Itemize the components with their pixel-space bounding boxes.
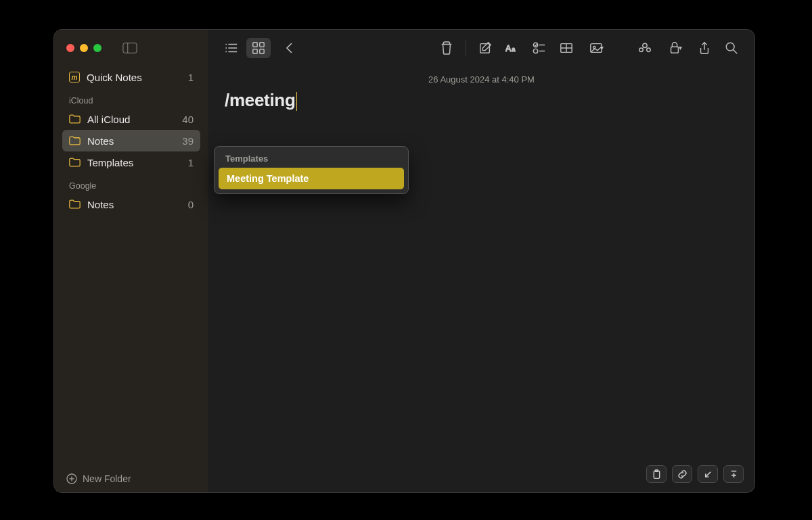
media-button[interactable]: ▾ [581, 38, 611, 58]
text-cursor [296, 92, 298, 111]
checklist-button[interactable] [527, 38, 551, 58]
svg-rect-14 [260, 49, 264, 53]
svg-point-10 [225, 51, 227, 52]
note-editor[interactable]: 26 August 2024 at 4:40 PM /meeting Templ… [208, 66, 754, 492]
sidebar-section-header: Google [62, 173, 200, 193]
folder-icon [69, 158, 81, 167]
chevron-down-icon: ▾ [600, 44, 604, 51]
fullscreen-window-button[interactable] [93, 44, 102, 52]
compose-button[interactable] [473, 38, 497, 58]
lock-button[interactable]: ▾ [660, 38, 690, 58]
table-button[interactable] [554, 38, 579, 58]
toolbar-separator [466, 40, 466, 56]
sidebar-item-label: All iCloud [87, 114, 130, 125]
new-folder-button[interactable]: New Folder [54, 464, 208, 492]
close-window-button[interactable] [66, 44, 74, 52]
folder-icon [69, 199, 81, 209]
sidebar-item-templates[interactable]: Templates 1 [62, 151, 200, 173]
link-button[interactable] [672, 465, 692, 483]
sidebar-item-notes[interactable]: Notes 39 [62, 130, 200, 151]
sidebar-item-quick-notes[interactable]: m Quick Notes 1 [62, 66, 200, 88]
svg-rect-15 [480, 43, 490, 53]
popup-header: Templates [219, 153, 404, 168]
svg-rect-30 [671, 47, 678, 53]
back-button[interactable] [277, 38, 302, 58]
svg-point-29 [647, 48, 650, 51]
collapse-button[interactable] [698, 465, 718, 483]
note-timestamp: 26 August 2024 at 4:40 PM [225, 74, 738, 85]
svg-point-28 [639, 48, 643, 51]
sidebar-item-all-icloud[interactable]: All iCloud 40 [62, 108, 200, 130]
svg-point-8 [225, 43, 227, 45]
delete-button[interactable] [434, 38, 459, 58]
sidebar-item-count: 1 [188, 72, 194, 83]
folder-icon [69, 114, 81, 124]
sidebar-item-label: Quick Notes [87, 72, 142, 83]
sidebar-list: m Quick Notes 1 iCloud All iCloud 40 Not… [54, 66, 208, 464]
svg-point-27 [643, 43, 647, 47]
svg-line-32 [734, 49, 737, 53]
sidebar-item-label: Templates [87, 157, 133, 168]
sidebar-item-label: Notes [87, 199, 114, 210]
template-suggestion-popup: Templates Meeting Template [214, 146, 409, 194]
svg-rect-0 [123, 43, 137, 53]
plus-circle-icon [66, 473, 77, 484]
note-title[interactable]: /meeting [225, 90, 297, 111]
svg-rect-11 [253, 42, 257, 46]
share-button[interactable] [692, 38, 717, 58]
window-controls [54, 30, 208, 66]
new-folder-label: New Folder [83, 473, 131, 484]
popup-item-label: Meeting Template [227, 173, 309, 184]
app-window: m Quick Notes 1 iCloud All iCloud 40 Not… [54, 30, 754, 492]
search-button[interactable] [719, 38, 744, 58]
folder-icon [69, 136, 81, 145]
format-button[interactable]: Aa [500, 38, 524, 58]
sidebar-item-label: Notes [87, 135, 114, 147]
chevron-down-icon: ▾ [679, 44, 682, 51]
svg-rect-12 [260, 42, 264, 46]
sidebar-item-count: 1 [188, 157, 194, 168]
sidebar-item-google-notes[interactable]: Notes 0 [62, 193, 200, 215]
template-suggestion-item[interactable]: Meeting Template [219, 168, 404, 189]
minimize-window-button[interactable] [80, 44, 88, 52]
svg-text:A: A [505, 44, 512, 53]
sidebar-item-count: 39 [182, 135, 194, 147]
svg-point-31 [726, 43, 734, 51]
quick-notes-icon: m [69, 72, 80, 82]
list-view-button[interactable] [219, 38, 244, 58]
sidebar-item-count: 40 [182, 114, 194, 125]
main-area: Aa ▾ ▾ [208, 30, 754, 492]
note-title-text: /meeting [225, 90, 296, 110]
svg-point-20 [533, 49, 537, 53]
sidebar-item-count: 0 [188, 199, 194, 210]
svg-text:a: a [512, 46, 516, 53]
sidebar: m Quick Notes 1 iCloud All iCloud 40 Not… [54, 30, 208, 492]
svg-rect-13 [253, 49, 257, 53]
collaborate-button[interactable] [633, 38, 657, 58]
svg-point-9 [225, 47, 227, 49]
toggle-sidebar-button[interactable] [120, 41, 139, 55]
grid-view-button[interactable] [246, 38, 271, 58]
sidebar-section-header: iCloud [62, 88, 200, 108]
bottom-right-actions [646, 465, 744, 483]
clipboard-button[interactable] [646, 465, 667, 483]
add-button[interactable] [723, 465, 744, 483]
svg-rect-33 [654, 471, 659, 478]
toolbar: Aa ▾ ▾ [208, 30, 754, 66]
